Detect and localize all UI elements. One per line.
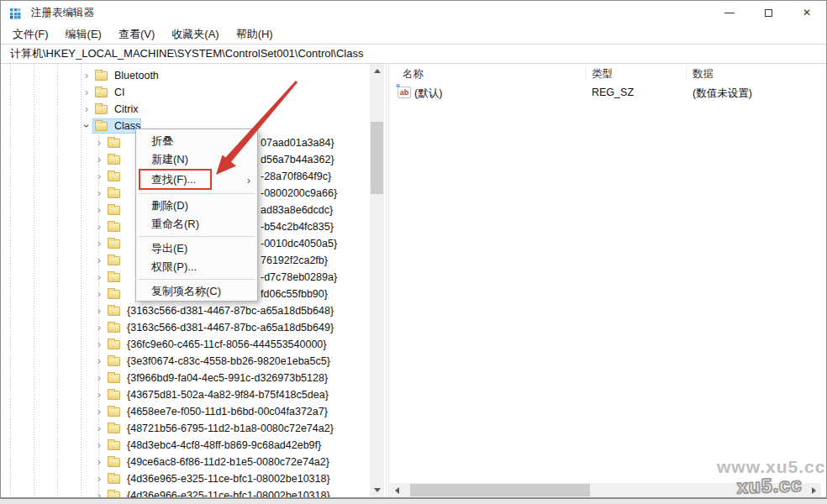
menu-file[interactable]: 文件(F) (5, 27, 56, 42)
scrollbar-thumb[interactable] (371, 122, 383, 194)
chevron-right-icon[interactable]: › (94, 354, 104, 369)
scrollbar-thumb[interactable] (410, 484, 590, 496)
menu-item-delete[interactable]: 删除(D) (137, 197, 256, 215)
menu-view[interactable]: 查看(V) (111, 27, 162, 42)
menu-item-collapse[interactable]: 折叠 (137, 132, 256, 150)
menu-bar: 文件(F) 编辑(E) 查看(V) 收藏夹(A) 帮助(H) (1, 24, 826, 45)
chevron-right-icon[interactable]: › (94, 404, 104, 419)
tree-row-guid[interactable]: › {36fc9e60-c465-11cf-8056-444553540000} (7, 336, 370, 353)
tree-row-label: Citrix (112, 102, 140, 116)
folder-icon (108, 273, 120, 282)
tree-row-guid[interactable]: › {48721b56-6795-11d2-b1a8-0080c72e74a2} (7, 420, 370, 437)
maximize-icon (765, 9, 772, 17)
menu-edit[interactable]: 编辑(E) (58, 27, 109, 42)
tree-row-label: {43675d81-502a-4a82-9f84-b75f418c5dea} (124, 388, 331, 402)
tree-row-guid[interactable]: › {49ce6ac8-6f86-11d2-b1e5-0080c72e74a2} (7, 454, 370, 470)
menu-item-find[interactable]: 查找(F)... (137, 171, 256, 189)
menu-help[interactable]: 帮助(H) (229, 27, 281, 42)
list-header: 名称 类型 数据 (390, 64, 821, 84)
tree-row-guid[interactable]: › {4658ee7e-f050-11d1-b6bd-00c04fa372a7} (7, 403, 370, 420)
tree-row-guid[interactable]: › {3e3f0674-c83c-4558-bb26-9820e1eba5c5} (7, 353, 370, 370)
folder-icon (108, 374, 120, 383)
chevron-down-icon[interactable]: › (79, 121, 94, 131)
chevron-right-icon[interactable]: › (94, 152, 104, 167)
column-divider[interactable] (686, 66, 687, 81)
chevron-right-icon[interactable]: › (94, 236, 104, 251)
minimize-button[interactable]: — (710, 1, 749, 24)
value-name: (默认) (414, 87, 442, 101)
tree-row-guid[interactable]: › {4d36e966-e325-11ce-bfc1-08002be10318} (7, 487, 370, 497)
chevron-right-icon[interactable]: › (94, 438, 104, 453)
chevron-right-icon[interactable]: › (82, 102, 92, 117)
chevron-right-icon[interactable]: › (94, 270, 104, 285)
menu-item-rename[interactable]: 重命名(R) (137, 215, 256, 234)
folder-icon (108, 323, 120, 333)
tree-row-guid[interactable]: › {3163c566-d381-4467-87bc-a65a18d5b649} (7, 319, 370, 336)
tree-row-guid[interactable]: › {48d3ebc4-4cf8-48ff-b869-9c68ad42eb9f} (7, 437, 370, 454)
folder-icon (108, 256, 120, 265)
chevron-right-icon[interactable]: › (94, 303, 104, 318)
chevron-right-icon[interactable]: › (82, 68, 92, 83)
tree-row-label: CI (112, 86, 128, 99)
chevron-right-icon[interactable]: › (94, 320, 104, 335)
tree-row-citrix[interactable]: › Citrix (7, 101, 370, 118)
tree-row-label: {48d3ebc4-4cf8-48ff-b869-9c68ad42eb9f} (124, 438, 324, 452)
menu-item-permissions[interactable]: 权限(P)... (137, 258, 256, 276)
chevron-right-icon[interactable]: › (94, 488, 104, 497)
chevron-right-icon[interactable]: › (94, 219, 104, 234)
tree-row-label: fd06c55fbb90} (258, 287, 330, 301)
column-header-name[interactable]: 名称 (403, 67, 424, 81)
value-type: REG_SZ (592, 87, 634, 98)
tree-row-guid[interactable]: › {3163c566-d381-4467-87bc-a65a18d5b648} (7, 302, 370, 319)
menu-item-copy-key-name[interactable]: 复制项名称(C) (137, 282, 256, 301)
column-divider[interactable] (585, 66, 586, 81)
chevron-right-icon[interactable]: › (94, 471, 104, 486)
tree-row-guid[interactable]: › {43675d81-502a-4a82-9f84-b75f418c5dea} (7, 386, 370, 403)
folder-icon (108, 172, 120, 181)
pane-splitter[interactable] (386, 64, 389, 497)
tree-row-label: {36fc9e60-c465-11cf-8056-444553540000} (124, 338, 329, 351)
column-header-data[interactable]: 数据 (693, 67, 714, 81)
menu-separator (139, 279, 255, 280)
scroll-down-icon[interactable] (370, 483, 384, 497)
folder-icon (95, 88, 108, 97)
chevron-right-icon[interactable]: › (94, 202, 104, 218)
context-menu: 折叠 新建(N)› 查找(F)... 删除(D) 重命名(R) 导出(E) 权限… (135, 129, 258, 302)
menu-item-new[interactable]: 新建(N)› (137, 150, 256, 169)
tree-row-label: {4d36e966-e325-11ce-bfc1-08002be10318} (124, 489, 333, 497)
chevron-right-icon[interactable]: › (94, 454, 104, 470)
menu-item-export[interactable]: 导出(E) (137, 239, 256, 258)
scroll-left-icon[interactable] (390, 483, 404, 497)
column-header-type[interactable]: 类型 (592, 67, 613, 81)
tree-row-guid[interactable]: › {4d36e965-e325-11ce-bfc1-08002be10318} (7, 470, 370, 487)
chevron-right-icon[interactable]: › (94, 169, 104, 184)
tree-row-ci[interactable]: › CI (7, 84, 370, 101)
folder-icon (108, 391, 120, 400)
close-button[interactable]: ✕ (787, 1, 826, 24)
chevron-right-icon[interactable]: › (94, 421, 104, 436)
chevron-right-icon[interactable]: › (94, 186, 104, 201)
maximize-button[interactable] (749, 1, 787, 24)
value-row-default[interactable]: ab (默认) REG_SZ (数值未设置) (390, 86, 821, 102)
tree-row-label: {3f966bd9-fa04-4ec5-991c-d326973b5128} (124, 371, 330, 385)
tree-vertical-scrollbar[interactable] (370, 64, 384, 497)
chevron-right-icon[interactable]: › (94, 286, 104, 302)
watermark-logo-text: xu5.cc (737, 474, 803, 499)
scroll-up-icon[interactable] (370, 64, 384, 78)
folder-icon (108, 155, 120, 165)
chevron-right-icon[interactable]: › (94, 337, 104, 352)
chevron-right-icon[interactable]: › (94, 253, 104, 268)
chevron-right-icon[interactable]: › (94, 135, 104, 150)
menu-favorites[interactable]: 收藏夹(A) (164, 27, 226, 42)
chevron-right-icon[interactable]: › (94, 387, 104, 402)
folder-icon (108, 290, 120, 299)
folder-icon (108, 491, 120, 497)
chevron-right-icon[interactable]: › (94, 370, 104, 386)
scroll-right-icon[interactable] (807, 483, 821, 497)
tree-row-guid[interactable]: › {3f966bd9-fa04-4ec5-991c-d326973b5128} (7, 370, 370, 386)
tree-row-label: -b54c2b4fc835} (258, 220, 336, 234)
tree-row-bluetooth[interactable]: › Bluetooth (7, 67, 370, 84)
address-bar[interactable]: 计算机\HKEY_LOCAL_MACHINE\SYSTEM\ControlSet… (1, 45, 826, 64)
folder-icon (108, 139, 120, 148)
chevron-right-icon[interactable]: › (82, 85, 92, 100)
